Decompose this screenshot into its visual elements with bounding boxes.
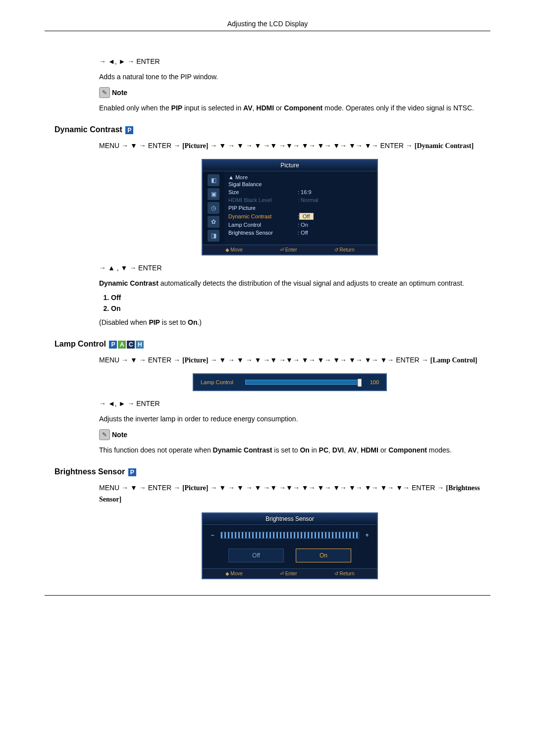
badge-p-icon: P bbox=[128, 468, 136, 476]
badge-c-icon: C bbox=[127, 341, 135, 349]
nav-line-lamp2: → ◄, ► → ENTER bbox=[99, 398, 481, 409]
minus-icon: − bbox=[210, 532, 215, 539]
osd-more: ▲ More bbox=[228, 174, 373, 180]
lamp-note-text: This function does not operate when Dyna… bbox=[99, 445, 481, 455]
note-label: Note bbox=[112, 431, 127, 439]
nav-line-lamp: MENU → ▼ → ENTER → [Picture] → ▼ → ▼ → ▼… bbox=[99, 354, 481, 366]
list-item: On bbox=[111, 304, 481, 312]
osd-brightness-sensor: Brightness Sensor − + Off On ◆ Move ⏎ En… bbox=[202, 512, 378, 579]
osd-lamp-label: Lamp Control bbox=[201, 379, 240, 385]
badge-p-icon: P bbox=[109, 341, 117, 349]
list-item: Off bbox=[111, 294, 481, 302]
osd-title: Picture bbox=[203, 160, 377, 171]
note-icon: ✎ bbox=[99, 87, 110, 98]
osd-row: Size: 16:9 bbox=[228, 188, 373, 196]
badge-p-icon: P bbox=[125, 126, 133, 134]
osd-footer: ◆ Move ⏎ Enter ↺ Return bbox=[203, 568, 377, 578]
osd-side-icon: ◧ bbox=[208, 174, 219, 186]
osd-lamp-value: 100 bbox=[365, 379, 379, 385]
osd-gauge bbox=[220, 532, 359, 539]
osd-footer: ◆ Move ⏎ Enter ↺ Return bbox=[203, 245, 377, 254]
nav-line-bs: MENU → ▼ → ENTER → [Picture] → ▼ → ▼ → ▼… bbox=[99, 482, 481, 505]
dc-disabled-note: (Disabled when PIP is set to On.) bbox=[99, 317, 481, 328]
nav-line-pip: → ◄, ► → ENTER bbox=[99, 56, 481, 67]
osd-side-icon: ▣ bbox=[208, 188, 219, 200]
osd-title: Brightness Sensor bbox=[203, 513, 377, 525]
osd-picture-menu: Picture ◧ ▣ ◷ ✿ ◨ ▲ More Sigal Balance S… bbox=[202, 159, 378, 255]
dc-description: Dynamic Contrast automatically detects t… bbox=[99, 278, 481, 289]
osd-lamp-slider bbox=[245, 380, 360, 385]
osd-side-icon: ◷ bbox=[208, 202, 219, 214]
osd-side-icon: ✿ bbox=[208, 216, 219, 228]
osd-side-icon: ◨ bbox=[208, 230, 219, 242]
osd-row: Brightness Sensor: Off bbox=[228, 229, 373, 237]
plus-icon: + bbox=[364, 532, 370, 539]
lamp-description: Adjusts the inverter lamp in order to re… bbox=[99, 414, 481, 424]
footer-rule bbox=[45, 595, 490, 596]
osd-row-selected: Dynamic Contrast: Off bbox=[228, 212, 373, 221]
note-label: Note bbox=[112, 89, 127, 97]
nav-line-dc: MENU → ▼ → ENTER → [Picture] → ▼ → ▼ → ▼… bbox=[99, 140, 481, 151]
badge-h-icon: H bbox=[136, 341, 144, 349]
intro-note-text: Enabled only when the PIP input is selec… bbox=[99, 103, 481, 113]
nav-line-dc2: → ▲ , ▼ → ENTER bbox=[99, 262, 481, 273]
intro-paragraph: Adds a natural tone to the PIP window. bbox=[99, 72, 481, 82]
osd-lamp-bar: Lamp Control 100 bbox=[193, 373, 387, 391]
osd-row: Sigal Balance bbox=[228, 180, 373, 188]
osd-off-button: Off bbox=[228, 549, 284, 562]
page-header: Adjusting the LCD Display bbox=[45, 20, 490, 31]
osd-on-button: On bbox=[296, 549, 351, 562]
heading-brightness-sensor: Brightness Sensor P bbox=[54, 467, 490, 476]
heading-dynamic-contrast: Dynamic Contrast P bbox=[54, 125, 490, 134]
note-icon: ✎ bbox=[99, 429, 110, 440]
osd-row: PIP Picture bbox=[228, 204, 373, 212]
osd-row: HDMI Black Level: Normal bbox=[228, 196, 373, 204]
heading-lamp-control: Lamp Control PACH bbox=[54, 340, 490, 349]
dc-options-list: Off On bbox=[99, 294, 481, 312]
osd-row: Lamp Control: On bbox=[228, 221, 373, 229]
badge-a-icon: A bbox=[118, 341, 126, 349]
